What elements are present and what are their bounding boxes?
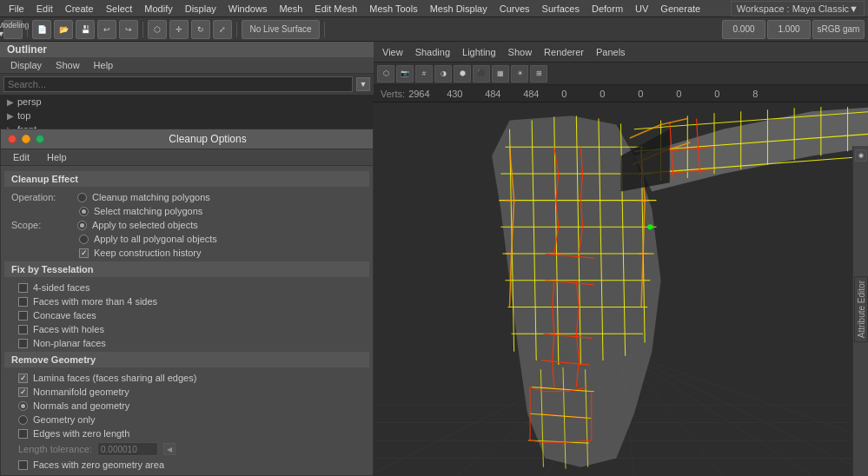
viewport-menu-lighting[interactable]: Lighting [457,47,501,57]
remove-checkbox-4[interactable] [18,429,28,439]
viewport-menu-renderer[interactable]: Renderer [539,47,589,57]
menu-generate[interactable]: Generate [655,0,706,17]
length-tolerance-input[interactable] [97,442,158,456]
minimize-window-btn[interactable] [22,135,30,143]
outliner-menu-display[interactable]: Display [3,59,49,71]
select-tool-btn[interactable]: ⬡ [148,20,167,39]
outliner-row: ▶ persp [0,95,374,109]
menu-file[interactable]: File [3,0,30,17]
cleanup-effect-header: Cleanup Effect [4,171,369,187]
scale-tool-btn[interactable]: ⤢ [213,20,232,39]
open-scene-btn[interactable]: 📂 [54,20,73,39]
sidebar-tool-1[interactable]: ◉ [855,149,867,162]
vp-filter-btn[interactable]: ⊞ [530,65,547,83]
verts-label: Verts: [381,89,405,99]
close-window-btn[interactable] [8,135,17,143]
fix-label-2: Concave faces [33,310,96,321]
outliner-menu-help[interactable]: Help [87,59,121,71]
new-scene-btn[interactable]: 📄 [32,20,51,39]
fix-label-3: Faces with holes [33,324,104,334]
menu-create[interactable]: Create [60,0,99,17]
faces-zero-area-checkbox[interactable] [18,460,28,470]
verts-val-6: 0 [638,89,673,99]
fix-checkbox-3[interactable] [18,325,28,334]
vp-camera-btn[interactable]: 📷 [396,65,414,83]
outliner-item[interactable]: persp [17,96,42,107]
menu-curves[interactable]: Curves [494,0,535,17]
remove-label-3: Geometry only [33,414,96,425]
input-field-btn[interactable]: 0.000 [722,20,765,39]
remove-checkbox-1[interactable]: ✓ [18,387,28,397]
scope-option-1[interactable]: Apply to selected objects [92,220,198,230]
menu-mesh-tools[interactable]: Mesh Tools [364,0,422,17]
operation-radio-2[interactable] [79,207,89,216]
modeling-mode-btn[interactable]: Modeling ▼ [3,20,23,39]
vp-wire-btn[interactable]: ⬢ [454,65,471,83]
operation-option-2[interactable]: Select matching polygons [94,206,202,216]
remove-label-1: Nonmanifold geometry [33,387,129,397]
operation-radio-1[interactable] [77,193,87,202]
viewport[interactable]: View Shading Lighting Show Renderer Pane… [374,42,868,476]
operation-option-1[interactable]: Cleanup matching polygons [92,192,210,202]
remove-radio-3[interactable] [18,415,28,425]
menu-select[interactable]: Select [101,0,138,17]
vp-light-btn[interactable]: ☀ [511,65,528,83]
verts-val-3: 484 [523,89,558,99]
fix-checkbox-0[interactable] [18,283,28,293]
main-toolbar: Modeling ▼ 📄 📂 💾 ↩ ↪ ⬡ ✛ ↻ ⤢ No Live Sur… [0,17,868,42]
menu-mesh-display[interactable]: Mesh Display [425,0,493,17]
input-field-btn2[interactable]: 1.000 [767,20,811,39]
viewport-menu-panels[interactable]: Panels [591,47,631,57]
cleanup-titlebar: Cleanup Options [1,129,373,149]
menu-deform[interactable]: Deform [586,0,628,17]
remove-checkbox-0[interactable]: ✓ [18,374,28,383]
svg-point-51 [647,224,653,229]
search-arrow[interactable]: ▼ [356,77,370,91]
fix-checkbox-1[interactable] [18,297,28,307]
menu-edit-mesh[interactable]: Edit Mesh [309,0,362,17]
menu-modify[interactable]: Modify [139,0,177,17]
move-tool-btn[interactable]: ✛ [169,20,189,39]
vp-grid-btn[interactable]: # [415,65,433,83]
menu-edit[interactable]: Edit [31,0,58,17]
menu-mesh[interactable]: Mesh [274,0,308,17]
menu-uv[interactable]: UV [630,0,653,17]
scope-option-2[interactable]: Apply to all polygonal objects [94,234,217,244]
menu-surfaces[interactable]: Surfaces [537,0,585,17]
vp-shading-btn[interactable]: ◑ [434,65,452,83]
fix-checkbox-4[interactable] [18,339,28,348]
viewport-menu-shading[interactable]: Shading [410,47,455,57]
outliner-item[interactable]: top [17,110,30,121]
tolerance-slider[interactable]: ◀ [163,443,176,455]
viewport-menu-view[interactable]: View [377,47,408,57]
remove-radio-2[interactable] [18,401,28,411]
save-scene-btn[interactable]: 💾 [76,20,95,39]
scope-radio-2[interactable] [79,235,89,244]
cleanup-menu-edit[interactable]: Edit [6,151,36,163]
vp-tex-btn[interactable]: ▦ [492,65,509,83]
live-surface-btn[interactable]: No Live Surface [242,20,320,39]
menu-display[interactable]: Display [180,0,222,17]
cleanup-menu-help[interactable]: Help [40,151,74,163]
maximize-window-btn[interactable] [36,135,44,143]
toolbar-separator-3 [236,22,237,37]
menu-windows[interactable]: Windows [223,0,273,17]
keep-history-checkbox[interactable]: ✓ [79,248,89,258]
workspace-label[interactable]: Workspace : Maya Classic▼ [731,1,865,17]
search-input[interactable] [3,76,353,92]
fix-checkbox-2[interactable] [18,311,28,321]
viewport-menu-show[interactable]: Show [503,47,538,57]
vp-select-btn[interactable]: ⬡ [377,65,394,83]
length-tolerance-row: Length tolerance: ◀ [4,440,369,458]
attribute-editor-tab[interactable]: Attribute Editor [854,276,868,342]
3d-mesh-view[interactable]: ◉ Attribute Editor [374,102,868,476]
redo-btn[interactable]: ↪ [119,20,138,39]
scope-radio-1[interactable] [77,221,87,230]
vp-solid-btn[interactable]: ⬛ [473,65,490,83]
menu-bar: File Edit Create Select Modify Display W… [0,0,868,17]
outliner-menu-show[interactable]: Show [49,59,87,71]
colorspace-btn[interactable]: sRGB gam [812,20,865,39]
rotate-tool-btn[interactable]: ↻ [191,20,210,39]
undo-btn[interactable]: ↩ [97,20,116,39]
remove-label-2: Normals and geometry [33,400,129,411]
